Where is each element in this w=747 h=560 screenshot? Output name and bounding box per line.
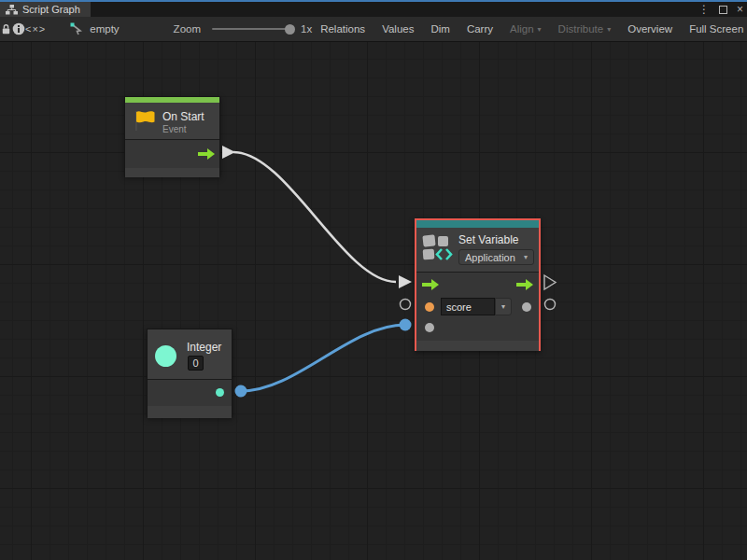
node-set-variable[interactable]: Set Variable Application ▾ ▾: [415, 218, 541, 351]
code-icon: <×>: [25, 23, 46, 35]
flow-out-port[interactable]: [198, 148, 215, 160]
node-header: Integer: [148, 329, 232, 379]
node-footer: [148, 406, 232, 418]
node-title: Set Variable: [458, 233, 518, 246]
integer-value-field[interactable]: [188, 356, 204, 371]
value-out-data-port[interactable]: [522, 302, 531, 312]
set-variable-icon: [422, 234, 454, 262]
flow-out-port[interactable]: [516, 279, 533, 290]
graph-canvas[interactable]: On Start Event Integer: [0, 42, 747, 560]
flow-in-port[interactable]: [422, 279, 439, 290]
chevron-down-icon: ▾: [538, 26, 542, 34]
title-bar: Script Graph ⋮ ×: [0, 0, 747, 17]
chevron-down-icon: ▾: [607, 26, 611, 34]
node-accent-strip: [416, 220, 539, 228]
value-out-port[interactable]: [216, 388, 224, 397]
node-body: [125, 139, 219, 169]
focus-highlight-line: [0, 0, 747, 2]
overview-button[interactable]: Overview: [619, 17, 681, 41]
node-footer: [416, 341, 539, 351]
flow-wire: [233, 152, 396, 282]
dim-button[interactable]: Dim: [422, 17, 458, 41]
carry-button[interactable]: Carry: [458, 17, 501, 41]
connection-layer: [0, 42, 747, 560]
button-label: Distribute: [558, 23, 604, 35]
node-title: On Start: [162, 110, 204, 123]
button-label: Full Screen: [689, 23, 743, 35]
node-title: Integer: [187, 341, 221, 354]
value-wire-end-dot: [400, 319, 412, 331]
node-on-start[interactable]: On Start Event: [124, 96, 220, 176]
stub-value-out-port[interactable]: [545, 300, 556, 310]
variable-name-field[interactable]: [441, 298, 495, 315]
graph-toolbar: <×> empty Zoom 1x Relations Values Dim C…: [0, 17, 747, 42]
info-icon: [12, 22, 25, 35]
button-label: Align: [510, 23, 534, 35]
chevron-down-icon: ▾: [501, 303, 505, 311]
button-label: Values: [382, 23, 414, 35]
variable-name-port[interactable]: [425, 302, 434, 312]
stub-name-port[interactable]: [401, 300, 411, 310]
menu-icon[interactable]: ⋮: [698, 2, 710, 17]
variable-name-dropdown-button[interactable]: ▾: [495, 298, 512, 315]
flow-wire-end-arrow: [399, 275, 412, 288]
scope-value: Application: [465, 252, 515, 263]
graph-hierarchy-icon: [6, 5, 18, 15]
close-icon[interactable]: ×: [737, 2, 743, 17]
window-controls: ⋮ ×: [698, 2, 743, 17]
flag-icon: [132, 109, 156, 133]
value-wire: [241, 325, 405, 391]
zoom-label: Zoom: [174, 23, 201, 35]
node-header: Set Variable Application ▾: [416, 228, 539, 272]
node-body: ▾: [416, 272, 539, 343]
full-screen-button[interactable]: Full Screen: [681, 17, 747, 41]
node-body: [148, 379, 232, 407]
lock-button[interactable]: [0, 17, 12, 41]
tab-script-graph[interactable]: Script Graph: [0, 2, 91, 17]
zoom-slider-knob[interactable]: [285, 24, 295, 35]
zoom-slider[interactable]: [212, 28, 291, 30]
flow-wire-start-arrow: [222, 146, 235, 159]
chevron-down-icon: ▾: [524, 254, 528, 261]
script-graph-window: Script Graph ⋮ × <×>: [0, 0, 747, 560]
info-button[interactable]: [12, 17, 25, 41]
value-in-port[interactable]: [425, 323, 434, 332]
tab-title: Script Graph: [22, 4, 80, 15]
code-preview-button[interactable]: <×>: [25, 17, 46, 41]
variable-scope-dropdown[interactable]: Application ▾: [458, 249, 534, 265]
toolbar-middle: empty Zoom 1x: [46, 17, 312, 41]
zoom-value: 1x: [301, 23, 312, 35]
integer-type-icon: [155, 345, 176, 367]
stub-flow-out-port[interactable]: [544, 275, 556, 289]
value-wire-start-dot: [235, 385, 247, 398]
values-button[interactable]: Values: [374, 17, 422, 41]
graph-pointer-icon: [70, 22, 84, 35]
button-label: Carry: [467, 23, 493, 35]
align-button[interactable]: Align ▾: [501, 17, 550, 41]
distribute-button[interactable]: Distribute ▾: [550, 17, 620, 41]
maximize-icon[interactable]: [719, 6, 727, 14]
node-header: On Start Event: [125, 103, 219, 139]
graph-breadcrumb[interactable]: empty: [90, 23, 119, 35]
node-subtitle: Event: [162, 124, 187, 134]
relations-button[interactable]: Relations: [312, 17, 374, 41]
lock-icon: [0, 23, 12, 35]
button-label: Relations: [320, 23, 365, 35]
node-integer[interactable]: Integer: [147, 329, 233, 417]
node-footer: [125, 168, 219, 177]
button-label: Overview: [627, 23, 672, 35]
button-label: Dim: [430, 23, 449, 35]
